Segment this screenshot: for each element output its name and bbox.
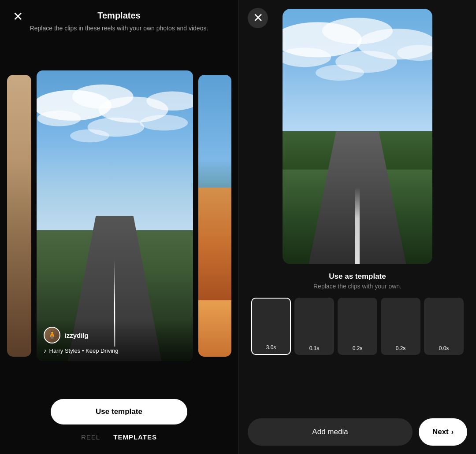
tab-templates[interactable]: TEMPLATES [113,433,157,441]
music-note-icon: ♪ [44,347,47,354]
carousel-track: 🧍 izzydilg ♪ Harry Styles • Keep Driving [7,70,231,361]
svg-point-7 [70,129,109,143]
center-scene [37,70,193,361]
use-template-button[interactable]: Use template [51,399,187,424]
use-template-label: Use template [96,407,142,416]
clip-duration-2: 0.2s [353,345,363,351]
next-label: Next [432,428,449,436]
close-button-left[interactable]: ✕ [9,8,26,26]
clip-thumb-1[interactable]: 0.1s [294,298,334,355]
tab-nav: REEL TEMPLATES [81,433,157,441]
close-icon: ✕ [13,11,23,23]
card-overlay: 🧍 izzydilg ♪ Harry Styles • Keep Driving [37,320,193,361]
reel-card-right[interactable] [198,75,231,357]
clip-thumb-3[interactable]: 0.2s [381,298,420,355]
music-label: Harry Styles • Keep Driving [49,347,119,354]
username-label: izzydilg [65,332,89,339]
clip-thumb-2[interactable]: 0.2s [338,298,377,355]
preview-scene [283,9,432,264]
left-panel: ✕ Templates Replace the clips in these r… [0,0,238,454]
page-subtitle: Replace the clips in these reels with yo… [12,24,226,33]
add-media-label: Add media [312,428,348,436]
close-button-right[interactable]: ✕ [248,8,268,28]
add-media-button[interactable]: Add media [248,418,413,446]
avatar: 🧍 [44,327,60,343]
page-title: Templates [97,11,140,21]
next-button[interactable]: Next › [419,418,467,446]
chevron-right-icon: › [451,428,454,436]
music-info: ♪ Harry Styles • Keep Driving [44,347,186,354]
reel-card-center[interactable]: 🧍 izzydilg ♪ Harry Styles • Keep Driving [37,70,193,361]
svg-point-4 [37,111,81,126]
bottom-action-bar: Add media Next › [239,410,476,454]
left-scene [7,75,31,357]
svg-point-6 [140,115,188,131]
avatar-figure: 🧍 [47,330,57,340]
clip-duration-1: 0.1s [309,345,320,351]
carousel-area: 🧍 izzydilg ♪ Harry Styles • Keep Driving [0,33,238,399]
preview-container [283,9,432,264]
clip-duration-4: 0.0s [439,345,449,351]
close-icon-right: ✕ [253,12,263,24]
clip-duration-0: 3.0s [266,344,276,351]
preview-road-line [355,188,360,264]
card-user-info: 🧍 izzydilg [44,327,186,343]
right-scene [198,75,231,357]
right-panel: ✕ Use as template Replace [239,0,476,454]
use-as-template-sub: Replace the clips with your own. [313,283,402,290]
fair-scene [198,188,231,300]
use-as-template-section: Use as template Replace the clips with y… [313,272,402,290]
reel-card-left[interactable] [7,75,31,357]
clip-thumb-0[interactable]: 3.0s [251,298,291,355]
bottom-nav: Use template REEL TEMPLATES [0,399,238,454]
clip-duration-3: 0.2s [396,345,406,351]
tab-reel[interactable]: REEL [81,433,100,441]
svg-point-14 [316,65,364,81]
left-header: ✕ Templates Replace the clips in these r… [0,0,238,33]
clip-thumb-4[interactable]: 0.0s [424,298,464,355]
clips-row: 3.0s 0.1s 0.2s 0.2s 0.0s [242,298,472,355]
use-as-template-title: Use as template [313,272,402,281]
